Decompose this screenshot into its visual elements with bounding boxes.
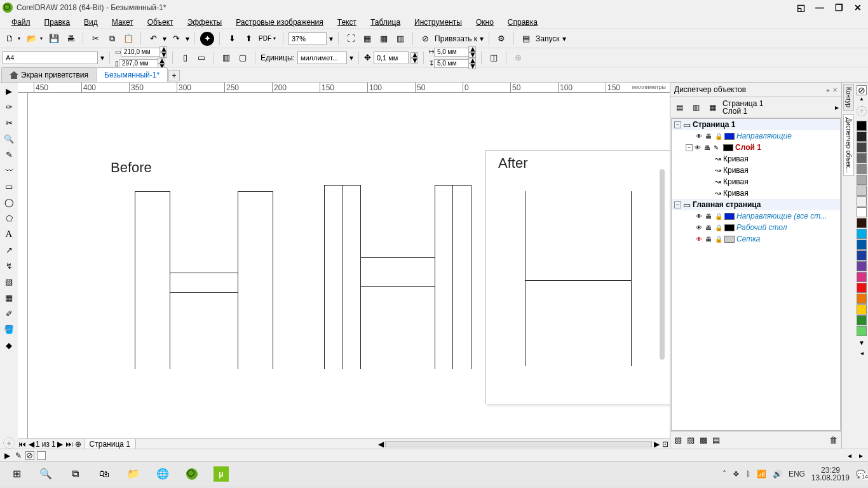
- swatch-purple[interactable]: [857, 261, 867, 271]
- dock-collapse[interactable]: ▸: [827, 86, 830, 93]
- eye-desktop[interactable]: 👁: [696, 224, 703, 231]
- copy-button[interactable]: ⧉: [105, 32, 119, 46]
- palette-add[interactable]: +: [857, 106, 867, 116]
- artistic-media-tool[interactable]: 〰: [2, 163, 16, 177]
- drop-shadow-tool[interactable]: ▧: [2, 274, 16, 288]
- node-curve3[interactable]: Кривая: [723, 177, 749, 186]
- snap-off-button[interactable]: ⊘: [418, 32, 432, 46]
- snap-to-label[interactable]: Привязать к: [435, 34, 477, 43]
- menu-table[interactable]: Таблица: [364, 17, 407, 28]
- zoom-tool[interactable]: 🔍: [2, 132, 16, 146]
- node-master[interactable]: Главная страница: [693, 200, 761, 209]
- nudge-down[interactable]: ▼: [410, 58, 418, 64]
- dock-menu[interactable]: ▸: [835, 103, 839, 112]
- menu-help[interactable]: Справка: [501, 17, 544, 28]
- swatch-black[interactable]: [857, 121, 867, 131]
- lock-desktop[interactable]: 🔒: [715, 224, 722, 231]
- task-view-button[interactable]: ⧉: [61, 464, 89, 484]
- close-button[interactable]: ✕: [850, 1, 865, 14]
- taskbar-coreldraw[interactable]: [178, 464, 206, 484]
- node-grid[interactable]: Сетка: [736, 234, 761, 243]
- current-page-button[interactable]: ▢: [236, 51, 250, 65]
- page-height-input[interactable]: [119, 59, 158, 68]
- tab-add-button[interactable]: +: [168, 70, 180, 81]
- swatch-gr3[interactable]: [857, 175, 867, 185]
- undo-button[interactable]: ↶: [146, 32, 160, 46]
- ruler-vertical[interactable]: [18, 93, 28, 438]
- menu-object[interactable]: Объект: [141, 17, 180, 28]
- menu-edit[interactable]: Правка: [38, 17, 77, 28]
- show-guides-button[interactable]: ▥: [393, 32, 407, 46]
- eye-guides[interactable]: 👁: [696, 133, 703, 140]
- swatch-blue2[interactable]: [857, 240, 867, 250]
- page-tab-1[interactable]: Страница 1: [84, 438, 136, 449]
- swatch-blue3[interactable]: [857, 250, 867, 261]
- save-button[interactable]: 💾: [47, 32, 61, 46]
- transparency-tool[interactable]: ▦: [2, 290, 16, 304]
- menu-window[interactable]: Окно: [470, 17, 500, 28]
- status-edit[interactable]: ✎: [14, 451, 23, 460]
- menu-effects[interactable]: Эффекты: [181, 17, 229, 28]
- print-guides[interactable]: 🖶: [705, 133, 713, 140]
- new-layer-all-button[interactable]: ▩: [700, 436, 707, 444]
- page-next[interactable]: ▶: [56, 440, 65, 449]
- open-button[interactable]: 📂: [25, 32, 39, 46]
- hscroll-left[interactable]: ◀: [376, 440, 385, 449]
- account-icon[interactable]: ◱: [793, 1, 808, 14]
- paste-button[interactable]: 📋: [121, 32, 135, 46]
- dupy-down[interactable]: ▼: [468, 64, 476, 69]
- swatch-desktop[interactable]: [724, 224, 735, 231]
- taskbar-explorer[interactable]: 📁: [119, 464, 147, 484]
- add-preset[interactable]: ⊕: [512, 51, 526, 65]
- status-scroll-right[interactable]: ▸: [857, 451, 865, 460]
- tray-dropbox-icon[interactable]: ❖: [733, 470, 740, 478]
- palette-down[interactable]: ▼: [858, 339, 865, 346]
- publish-dropdown[interactable]: ▾: [271, 36, 278, 41]
- export-button[interactable]: ⬆: [241, 32, 255, 46]
- swatch-grid[interactable]: [724, 236, 735, 243]
- rectangle-tool[interactable]: ▭: [2, 179, 16, 193]
- status-scroll-left[interactable]: ◂: [845, 451, 854, 460]
- eye-grid[interactable]: 👁: [696, 236, 703, 243]
- delete-layer-button[interactable]: 🗑: [829, 436, 837, 444]
- menu-bitmaps[interactable]: Растровые изображения: [229, 17, 330, 28]
- swatch-yellow[interactable]: [857, 304, 867, 315]
- swatch-gr2[interactable]: [857, 164, 867, 174]
- print-layer1[interactable]: 🖶: [704, 144, 712, 151]
- launch-dropdown[interactable]: ▾: [562, 34, 566, 43]
- dock-tab-contour[interactable]: Контур: [843, 84, 854, 111]
- redo-history[interactable]: ▾: [186, 34, 189, 43]
- lock-layer1[interactable]: ✎: [714, 144, 721, 151]
- show-rulers-button[interactable]: ▦: [360, 32, 374, 46]
- nudge-input[interactable]: [374, 51, 409, 64]
- new-layer-button[interactable]: ▧: [674, 436, 682, 444]
- hscroll-right[interactable]: ▶: [652, 440, 661, 449]
- tray-language[interactable]: ENG: [789, 470, 805, 478]
- eye-guides-all[interactable]: 👁: [696, 213, 703, 220]
- new-button[interactable]: 🗋: [3, 32, 17, 46]
- portrait-button[interactable]: ▯: [178, 51, 192, 65]
- exp-page1[interactable]: −: [674, 121, 681, 128]
- units-select[interactable]: [297, 51, 347, 64]
- polygon-tool[interactable]: ⬠: [2, 211, 16, 225]
- tray-notifications[interactable]: 💬14: [856, 470, 865, 478]
- tray-volume-icon[interactable]: 🔊: [773, 470, 782, 478]
- dup-y-input[interactable]: [434, 59, 469, 68]
- new-master-layer-button[interactable]: ▨: [687, 436, 695, 444]
- open-dropdown[interactable]: ▾: [38, 36, 44, 41]
- landscape-button[interactable]: ▭: [194, 51, 208, 65]
- launcher-icon[interactable]: ▤: [519, 32, 533, 46]
- node-page1[interactable]: Страница 1: [693, 120, 735, 129]
- crop-tool[interactable]: ✂: [2, 116, 16, 130]
- canvas-area[interactable]: миллиметры 45040035030025020015010050050…: [18, 83, 670, 449]
- dup-x-input[interactable]: [434, 48, 469, 57]
- taskbar-edge[interactable]: 🌐: [149, 464, 177, 484]
- swatch-lgreen[interactable]: [857, 326, 867, 336]
- maximize-button[interactable]: ❐: [831, 1, 846, 14]
- taskbar-utorrent[interactable]: μ: [207, 464, 235, 484]
- palette-up[interactable]: ▲: [859, 96, 864, 102]
- tab-document[interactable]: Безымянный-1*: [96, 67, 168, 82]
- units-dropdown[interactable]: ▾: [349, 53, 353, 62]
- eyedropper-tool[interactable]: ✐: [2, 306, 16, 320]
- swatch-orange[interactable]: [857, 294, 867, 304]
